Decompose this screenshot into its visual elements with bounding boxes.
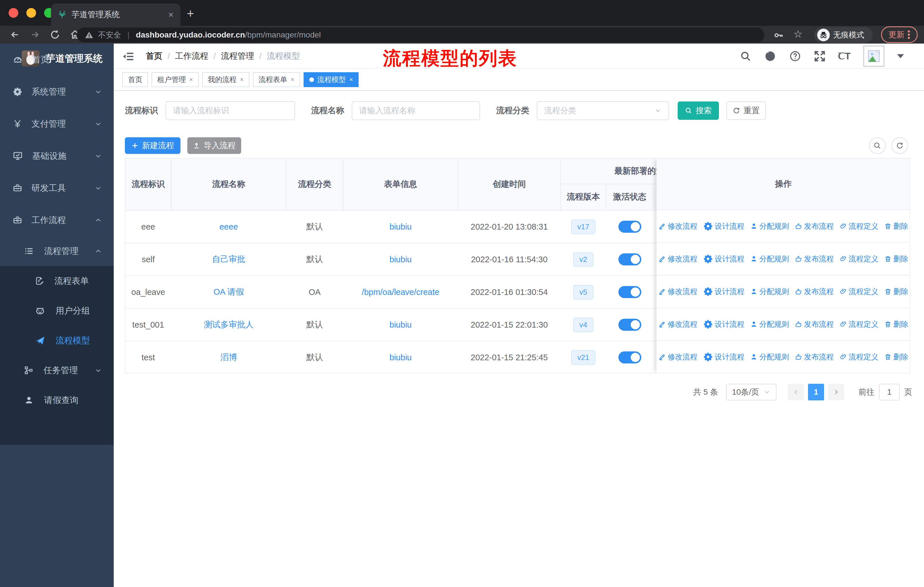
tag-close-icon[interactable]: × [350, 76, 353, 83]
security-label[interactable]: 不安全 [98, 30, 121, 40]
action-流程定义[interactable]: 流程定义 [840, 254, 878, 264]
action-修改流程[interactable]: 修改流程 [658, 319, 698, 329]
action-设计流程[interactable]: 设计流程 [703, 254, 744, 264]
search-icon[interactable] [740, 50, 751, 62]
cell-name-link[interactable]: 自己审批 [212, 254, 246, 265]
cell-name-link[interactable]: eeee [219, 222, 238, 231]
import-process-button[interactable]: 导入流程 [187, 137, 241, 154]
next-page-button[interactable] [828, 384, 844, 400]
toggle-search-mini-button[interactable] [869, 137, 886, 154]
sidebar-item-system[interactable]: 系统管理 [0, 76, 114, 108]
sidebar-item-process-form[interactable]: 流程表单 [0, 266, 114, 296]
cell-form-link[interactable]: biubiu [389, 222, 412, 231]
sidebar-collapse-icon[interactable] [122, 50, 134, 63]
sidebar-item-leave-query[interactable]: 请假查询 [0, 385, 114, 415]
fullscreen-icon[interactable] [814, 50, 826, 62]
action-分配规则[interactable]: 分配规则 [750, 319, 789, 329]
sidebar-item-user-group[interactable]: 用户分组 [0, 296, 114, 326]
sidebar-item-process-model[interactable]: 流程模型 [0, 326, 114, 356]
action-删除[interactable]: 删除 [884, 319, 908, 329]
sidebar-item-home[interactable]: 首页 [0, 43, 114, 76]
action-流程定义[interactable]: 流程定义 [840, 221, 878, 231]
action-流程定义[interactable]: 流程定义 [840, 287, 878, 297]
action-设计流程[interactable]: 设计流程 [703, 319, 744, 329]
url-text[interactable]: dashboard.yudao.iocoder.cn/bpm/manager/m… [136, 30, 321, 40]
action-设计流程[interactable]: 设计流程 [703, 287, 744, 297]
action-发布流程[interactable]: 发布流程 [795, 221, 834, 231]
action-分配规则[interactable]: 分配规则 [750, 287, 789, 297]
action-删除[interactable]: 删除 [884, 352, 908, 362]
col-header-name[interactable]: 流程名称 [172, 159, 286, 210]
breadcrumb-item[interactable]: 流程管理 [221, 50, 254, 62]
help-icon[interactable] [789, 50, 801, 62]
action-发布流程[interactable]: 发布流程 [795, 352, 834, 362]
action-发布流程[interactable]: 发布流程 [795, 254, 834, 264]
refresh-mini-button[interactable] [891, 137, 908, 154]
active-status-toggle[interactable] [619, 351, 641, 364]
action-修改流程[interactable]: 修改流程 [658, 352, 698, 362]
action-设计流程[interactable]: 设计流程 [703, 352, 744, 362]
active-status-toggle[interactable] [619, 221, 641, 233]
tab-close-icon[interactable]: × [168, 10, 173, 19]
font-size-icon[interactable]: ꞆT [838, 50, 851, 62]
action-删除[interactable]: 删除 [884, 287, 908, 297]
sidebar-item-process-mgmt[interactable]: 流程管理 [0, 236, 114, 266]
minimize-window-button[interactable] [26, 8, 36, 18]
address-bar[interactable]: 不安全 | dashboard.yudao.iocoder.cn/bpm/man… [77, 28, 764, 42]
prev-page-button[interactable] [788, 384, 804, 400]
sidebar-item-workflow[interactable]: 工作流程 [0, 204, 114, 236]
github-icon[interactable] [764, 50, 777, 63]
active-status-toggle[interactable] [619, 253, 641, 265]
action-修改流程[interactable]: 修改流程 [658, 221, 698, 231]
avatar[interactable] [863, 46, 884, 67]
forward-icon[interactable] [30, 30, 40, 40]
search-button[interactable]: 搜索 [678, 101, 719, 120]
action-分配规则[interactable]: 分配规则 [750, 221, 789, 231]
current-page-button[interactable]: 1 [808, 384, 824, 400]
tag-我的流程[interactable]: 我的流程× [202, 72, 249, 87]
browser-tab[interactable]: 芋道管理系统 × [51, 3, 180, 26]
password-key-icon[interactable] [773, 30, 784, 41]
close-window-button[interactable] [8, 8, 18, 18]
create-process-button[interactable]: 新建流程 [125, 137, 180, 154]
page-size-select[interactable]: 10条/页 [726, 384, 777, 400]
tag-close-icon[interactable]: × [189, 76, 193, 83]
tag-租户管理[interactable]: 租户管理× [152, 72, 199, 87]
action-流程定义[interactable]: 流程定义 [840, 319, 878, 329]
browser-menu-dots-icon[interactable] [908, 30, 910, 40]
col-header-form[interactable]: 表单信息 [343, 159, 458, 210]
cell-name-link[interactable]: 测试多审批人 [204, 319, 254, 331]
browser-update-button[interactable]: 更新 [881, 26, 918, 43]
bookmark-star-icon[interactable]: ☆ [794, 28, 803, 40]
col-header-key[interactable]: 流程标识 [125, 159, 172, 210]
filter-name-input[interactable]: 请输入流程名称 [352, 101, 480, 120]
tag-首页[interactable]: 首页 [122, 72, 148, 87]
col-header-status[interactable]: 激活状态 [606, 184, 653, 210]
cell-name-link[interactable]: OA 请假 [213, 286, 244, 298]
sidebar-item-payment[interactable]: 支付管理 [0, 108, 114, 140]
sidebar-item-devtools[interactable]: 研发工具 [0, 172, 114, 204]
action-分配规则[interactable]: 分配规则 [750, 352, 789, 362]
action-发布流程[interactable]: 发布流程 [795, 287, 834, 297]
back-icon[interactable] [10, 30, 20, 40]
tag-close-icon[interactable]: × [291, 76, 294, 83]
avatar-caret-icon[interactable] [897, 54, 904, 58]
breadcrumb-item[interactable]: 工作流程 [175, 50, 208, 62]
cell-form-link[interactable]: biubiu [389, 255, 412, 264]
active-status-toggle[interactable] [619, 286, 641, 298]
action-修改流程[interactable]: 修改流程 [658, 287, 698, 297]
action-设计流程[interactable]: 设计流程 [703, 221, 744, 231]
action-删除[interactable]: 删除 [884, 254, 908, 264]
col-header-version[interactable]: 流程版本 [561, 184, 606, 210]
cell-form-link[interactable]: /bpm/oa/leave/create [362, 288, 439, 297]
action-流程定义[interactable]: 流程定义 [840, 352, 878, 362]
active-status-toggle[interactable] [619, 319, 641, 331]
sidebar-item-task-mgmt[interactable]: 任务管理 [0, 356, 114, 385]
breadcrumb-item[interactable]: 首页 [146, 50, 162, 62]
new-tab-button[interactable]: + [187, 6, 194, 21]
tag-流程表单[interactable]: 流程表单× [253, 72, 300, 87]
cell-name-link[interactable]: 滔博 [221, 352, 237, 363]
tag-流程模型[interactable]: 流程模型× [304, 72, 359, 87]
action-分配规则[interactable]: 分配规则 [750, 254, 789, 264]
reload-icon[interactable] [50, 30, 60, 40]
